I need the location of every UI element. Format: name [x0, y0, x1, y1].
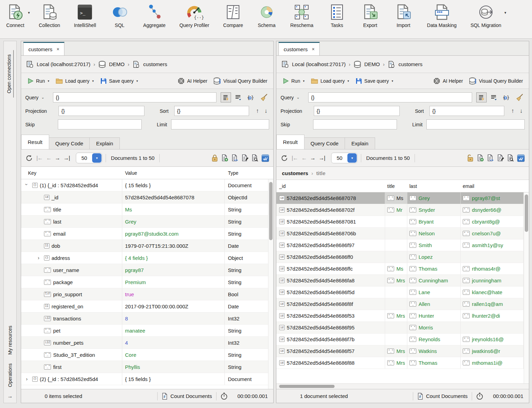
- edit-document-icon[interactable]: [497, 154, 504, 162]
- first-page-button[interactable]: |←: [36, 155, 43, 161]
- tree-row[interactable]: first Phyllis String: [21, 361, 268, 373]
- tree-row[interactable]: transactions 8 Int32: [21, 312, 268, 325]
- save-query-button[interactable]: Save query▾: [98, 76, 140, 86]
- connect-button[interactable]: ▼ Connect: [6, 3, 25, 28]
- multiline-editor-button[interactable]: [476, 92, 487, 102]
- grid-row[interactable]: 57d28452ed5d4d54e8687081 Bryant cbryant8…: [276, 216, 524, 228]
- run-button[interactable]: Run▾: [25, 76, 52, 86]
- tree-row[interactable]: email pgray87@studio3t.com String: [21, 228, 268, 240]
- scroll-thumb[interactable]: [269, 182, 273, 240]
- grid-row[interactable]: 57d28452ed5d4d54e8686ff0 Lopez: [276, 251, 524, 263]
- multi-select-check-icon[interactable]: [261, 154, 269, 162]
- schema-button[interactable]: Schema: [257, 3, 276, 28]
- tree-row[interactable]: address { 4 fields } Object: [21, 252, 268, 264]
- lock-closed-icon[interactable]: [211, 154, 218, 162]
- grid-row[interactable]: 57d28452ed5d4d54e8686ffc Ms Thomas rthom…: [276, 263, 524, 275]
- export-button[interactable]: Export: [361, 3, 380, 28]
- grid-row[interactable]: 57d28452ed5d4d54e8686f95 Morris: [276, 322, 524, 334]
- tree-header-value[interactable]: Value: [122, 170, 225, 176]
- query-input[interactable]: [308, 92, 472, 102]
- query-profiler-button[interactable]: {··} Query Profiler: [179, 3, 209, 28]
- scroll-thumb[interactable]: [525, 194, 528, 232]
- tree-row[interactable]: Studio_3T_edition Core String: [21, 349, 268, 361]
- grid-row[interactable]: 57d28452ed5d4d54e868706b Nelson cnelson7…: [276, 228, 524, 239]
- aggregate-button[interactable]: Aggregate: [143, 3, 166, 28]
- multiline-editor-button[interactable]: [221, 92, 231, 102]
- tree-header-key[interactable]: Key: [21, 170, 122, 176]
- view-json-document-icon[interactable]: <>: [487, 154, 494, 162]
- last-page-button[interactable]: →|: [319, 155, 325, 161]
- tab-query-code[interactable]: Query Code: [304, 137, 345, 149]
- grid-row[interactable]: 57d28452ed5d4d54e8687078 Ms Grey pgray87…: [276, 192, 524, 204]
- limit-input[interactable]: [426, 119, 525, 129]
- breadcrumb-collection[interactable]: customers: [398, 61, 422, 67]
- sort-input[interactable]: [429, 106, 504, 116]
- count-documents-button[interactable]: # Count Documents: [162, 393, 212, 400]
- add-document-icon[interactable]: [221, 154, 228, 162]
- tasks-button[interactable]: Tasks: [327, 3, 347, 28]
- sql-migration-button[interactable]: ▼ SQL Migration: [470, 3, 501, 28]
- grid-row[interactable]: 57d28452ed5d4d54e8686f97 Smith asmith1y@…: [276, 239, 524, 251]
- tab-customers[interactable]: customers ×: [23, 42, 64, 55]
- breadcrumb-database[interactable]: DEMO: [109, 61, 125, 67]
- chevron-down-icon[interactable]: ▾: [347, 153, 357, 163]
- expander-icon[interactable]: [26, 376, 32, 382]
- last-page-button[interactable]: →|: [63, 155, 70, 161]
- sidebar-item-my-resources[interactable]: My resources: [7, 321, 13, 359]
- grid-row[interactable]: 57d28452ed5d4d54e8686f53 Mrs Hunter lhun…: [276, 310, 524, 322]
- tree-row[interactable]: (2) {_id : 57d28452ed5d4 { 15 fields } D…: [21, 373, 268, 385]
- breadcrumb-connection[interactable]: Local (localhost:27017): [37, 61, 90, 67]
- tree-row[interactable]: registered_on 2017-09-21T00:00:00.000Z D…: [21, 300, 268, 312]
- grid-header-email[interactable]: email: [461, 183, 529, 189]
- next-page-button[interactable]: →: [310, 155, 315, 161]
- connect-caret-icon[interactable]: ▼: [27, 11, 30, 15]
- add-document-icon[interactable]: [477, 154, 484, 162]
- query-settings-button[interactable]: {}: [245, 92, 255, 102]
- grid-header-title[interactable]: title: [385, 183, 407, 189]
- compare-button[interactable]: Compare: [223, 3, 243, 28]
- reschema-button[interactable]: Reschema: [290, 3, 313, 28]
- collapse-editor-button[interactable]: [488, 92, 499, 102]
- refresh-icon[interactable]: [25, 154, 33, 162]
- import-button[interactable]: Import: [394, 3, 413, 28]
- tree-row[interactable]: (1) {_id : 57d28452ed5d4 { 15 fields } D…: [21, 179, 268, 191]
- multi-select-check-icon[interactable]: [517, 154, 525, 162]
- breadcrumb-connection[interactable]: Local (localhost:27017): [292, 61, 346, 67]
- query-caret-icon[interactable]: ⌄: [41, 95, 53, 100]
- visual-query-builder-button[interactable]: Visual Query Builder: [211, 76, 270, 86]
- vertical-scrollbar[interactable]: [524, 192, 529, 383]
- tree-row[interactable]: user_name pgray87 String: [21, 264, 268, 276]
- tree-header-type[interactable]: Type: [225, 170, 273, 176]
- tree-row[interactable]: prio_support true Bool: [21, 288, 268, 300]
- grid-row[interactable]: 57d28452ed5d4d54e8686f57 Mrs Watkins jwa…: [276, 345, 524, 357]
- tab-explain[interactable]: Explain: [345, 137, 375, 149]
- tree-row[interactable]: title Ms String: [21, 203, 268, 216]
- projection-input[interactable]: [59, 106, 144, 116]
- first-page-button[interactable]: |←: [292, 155, 298, 161]
- ai-helper-button[interactable]: AI Helper: [175, 76, 210, 86]
- expander-icon[interactable]: [38, 255, 44, 261]
- find-in-document-icon[interactable]: [251, 154, 258, 162]
- clear-query-broom-icon[interactable]: [260, 93, 268, 102]
- sql-button[interactable]: SQL: [110, 3, 129, 28]
- breadcrumb-database[interactable]: DEMO: [364, 61, 380, 67]
- grid-row[interactable]: 57d28452ed5d4d54e8686f8f Allen rallen1q@…: [276, 298, 524, 310]
- tab-close-icon[interactable]: ×: [56, 46, 59, 52]
- grid-row[interactable]: 57d28452ed5d4d54e8686f5d Lane klanec@hat…: [276, 287, 524, 298]
- next-page-button[interactable]: →: [55, 155, 60, 161]
- query-input[interactable]: [53, 92, 216, 102]
- tab-result[interactable]: Result: [276, 135, 304, 149]
- prev-page-button[interactable]: ←: [46, 155, 51, 161]
- sort-input[interactable]: [174, 106, 249, 116]
- view-json-document-icon[interactable]: <>: [231, 154, 238, 162]
- tree-row[interactable]: pet manatee String: [21, 325, 268, 337]
- run-button[interactable]: Run▾: [280, 76, 307, 86]
- edit-document-icon[interactable]: [241, 154, 248, 162]
- sidebar-item-open-connections[interactable]: Open connections: [6, 50, 14, 98]
- collection-button[interactable]: Collection: [39, 3, 60, 28]
- sql-migration-caret-icon[interactable]: ▼: [504, 11, 507, 15]
- limit-input[interactable]: [171, 119, 269, 129]
- sort-asc-icon[interactable]: ↑: [511, 108, 514, 115]
- vertical-scrollbar[interactable]: [268, 179, 273, 389]
- save-query-button[interactable]: Save query▾: [353, 76, 396, 86]
